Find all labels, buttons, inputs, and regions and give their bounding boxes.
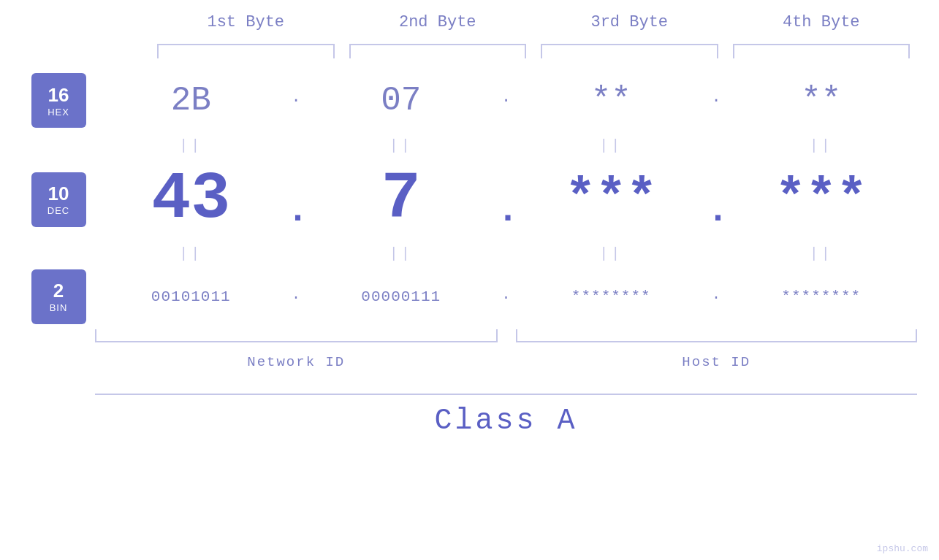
hex-base-label: HEX [47, 107, 69, 118]
content-area: 16 HEX 2B . 07 . ** . ** || || | [22, 69, 917, 442]
eq1-b4: || [726, 137, 918, 154]
bin-base-label: BIN [50, 302, 68, 313]
top-brackets [150, 44, 917, 64]
eq2-sp2 [497, 245, 515, 262]
bin-sep3: . [707, 286, 726, 307]
dec-b1: 43 [95, 166, 287, 232]
dec-sep2: . [497, 168, 515, 231]
hex-sep3: . [707, 88, 726, 112]
bin-b2: 00000111 [305, 288, 498, 305]
id-sep [498, 354, 516, 370]
main-container: 1st Byte 2nd Byte 3rd Byte 4th Byte 16 H… [0, 0, 939, 560]
id-label-row: Network ID Host ID [22, 348, 917, 377]
eq2-sp3 [707, 245, 726, 262]
eq2-b4: || [726, 245, 918, 262]
dec-row: 10 DEC 43 . 7 . *** . *** [22, 159, 917, 239]
bin-b3: ******** [515, 288, 707, 305]
hex-base-num: 16 [48, 84, 69, 107]
host-bracket [516, 329, 918, 342]
bot-brk-spacer [22, 329, 95, 348]
eq1-sp3 [707, 137, 726, 154]
overall-brk-spacer [22, 380, 95, 395]
equals-row-1: || || || || [22, 131, 917, 159]
hex-b2: 07 [305, 82, 498, 120]
hex-sep1: . [287, 88, 305, 112]
bin-sep1: . [287, 286, 305, 307]
watermark: ipshu.com [877, 543, 928, 554]
bot-brk-area [95, 329, 917, 348]
class-row: Class A [22, 399, 917, 442]
hex-b3: ** [515, 82, 707, 120]
bin-sep2: . [497, 286, 515, 307]
bin-base-num: 2 [53, 280, 64, 302]
hex-row: 16 HEX 2B . 07 . ** . ** [22, 69, 917, 131]
hex-b4: ** [726, 82, 918, 120]
dec-b4: *** [726, 174, 918, 225]
id-labels: Network ID Host ID [95, 354, 917, 370]
class-label: Class A [95, 404, 917, 437]
eq1-b3: || [515, 137, 707, 154]
dec-base-label: DEC [47, 205, 69, 216]
byte-headers: 1st Byte 2nd Byte 3rd Byte 4th Byte [150, 13, 917, 31]
eq1-sp2 [497, 137, 515, 154]
equals-row-2: || || || || [22, 239, 917, 267]
bin-b4: ******** [726, 288, 918, 305]
byte3-header: 3rd Byte [533, 13, 726, 31]
bottom-bracket-row [22, 329, 917, 348]
dec-sep1: . [287, 168, 305, 231]
eq2-sp1 [287, 245, 305, 262]
hex-badge-col: 16 HEX [22, 73, 95, 128]
bin-row: 2 BIN 00101011 . 00000111 . ******** . *… [22, 267, 917, 326]
dec-sep3: . [707, 168, 726, 231]
byte4-header: 4th Byte [726, 13, 918, 31]
host-id-label: Host ID [516, 354, 918, 370]
overall-bracket-line [95, 380, 917, 395]
eq2-b3: || [515, 245, 707, 262]
hex-sep2: . [497, 88, 515, 112]
eq1-sp1 [287, 137, 305, 154]
eq2-b1: || [95, 245, 287, 262]
eq1-b1: || [95, 137, 287, 154]
bin-badge-col: 2 BIN [22, 269, 95, 324]
hex-b1: 2B [95, 82, 287, 120]
bracket-byte4 [733, 44, 911, 58]
bracket-byte3 [541, 44, 718, 58]
hex-badge: 16 HEX [31, 73, 86, 128]
dec-badge-col: 10 DEC [22, 172, 95, 227]
bin-badge: 2 BIN [31, 269, 86, 324]
eq2-values: || || || || [95, 245, 917, 262]
dec-values: 43 . 7 . *** . *** [95, 166, 917, 232]
hex-values: 2B . 07 . ** . ** [95, 82, 917, 120]
overall-bracket-row [22, 380, 917, 395]
bin-b1: 00101011 [95, 288, 287, 305]
dec-badge: 10 DEC [31, 172, 86, 227]
bin-values: 00101011 . 00000111 . ******** . *******… [95, 286, 917, 307]
eq2-b2: || [305, 245, 498, 262]
dec-base-num: 10 [48, 183, 69, 205]
bracket-byte2 [349, 44, 527, 58]
bracket-byte1 [157, 44, 335, 58]
network-bracket [95, 329, 498, 342]
eq1-values: || || || || [95, 137, 917, 154]
eq1-b2: || [305, 137, 498, 154]
network-id-label: Network ID [95, 354, 498, 370]
byte2-header: 2nd Byte [342, 13, 534, 31]
byte1-header: 1st Byte [150, 13, 342, 31]
dec-b2: 7 [305, 166, 498, 232]
dec-b3: *** [515, 174, 707, 225]
